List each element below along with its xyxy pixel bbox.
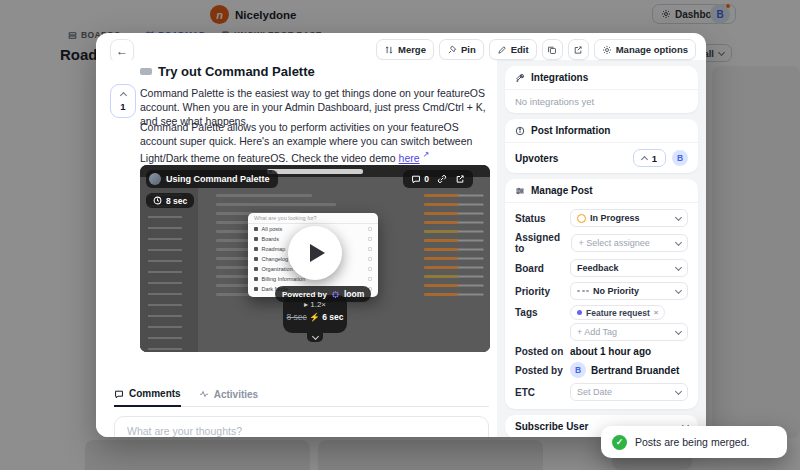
info-icon (515, 126, 525, 136)
comment-input-wrapper (114, 416, 489, 437)
post-information-card: Post Information Upvoters 1 B (505, 119, 698, 173)
assigned-to-label: Assigned to (515, 232, 571, 254)
copy-icon (547, 45, 557, 55)
tags-label: Tags (515, 307, 538, 318)
video-duration-pill: 8 sec (146, 193, 194, 208)
video-collapse-button[interactable] (307, 333, 323, 342)
upvoters-label: Upvoters (515, 153, 558, 164)
chevron-down-icon (675, 213, 682, 220)
chevron-down-icon (675, 387, 682, 394)
merged-post-icon (140, 68, 152, 75)
priority-select[interactable]: No Priority (570, 282, 688, 300)
etc-date-select[interactable]: Set Date (570, 383, 688, 401)
comment-tabs: Comments Activities (114, 388, 489, 407)
gear-icon (602, 45, 612, 55)
open-external-button[interactable] (568, 39, 589, 60)
etc-label: ETC (515, 387, 535, 398)
chevron-up-icon (641, 155, 648, 162)
plug-icon (515, 73, 525, 83)
manage-post-title: Manage Post (531, 185, 593, 196)
lightning-icon: ⚡ (309, 312, 320, 322)
integrations-title: Integrations (531, 72, 588, 83)
chat-icon (411, 174, 421, 184)
chevron-up-icon (119, 91, 126, 98)
integrations-card: Integrations No integrations yet (505, 66, 698, 113)
upvoter-avatar[interactable]: B (672, 150, 688, 166)
upvote-count: 1 (120, 101, 125, 112)
priority-label: Priority (515, 286, 550, 297)
pin-button[interactable]: Pin (439, 39, 484, 60)
chevron-down-icon (675, 263, 682, 270)
share-icon[interactable] (455, 174, 465, 184)
toast-message: Posts are being merged. (635, 436, 749, 448)
status-label: Status (515, 213, 546, 224)
post-paragraph-2: Command Palette allows you to perform ac… (140, 120, 490, 165)
post-title: Try out Command Palette (140, 64, 315, 79)
comment-input[interactable] (115, 417, 488, 437)
chevron-down-icon (675, 286, 682, 293)
posted-on-value: about 1 hour ago (570, 346, 688, 357)
pin-icon (447, 45, 457, 55)
posted-on-label: Posted on (515, 346, 563, 357)
link-icon[interactable] (437, 174, 447, 184)
edit-button[interactable]: Edit (489, 39, 537, 60)
external-link-icon (573, 45, 583, 55)
tag-chip-feature-request[interactable]: Feature request × (570, 305, 665, 320)
board-label: Board (515, 263, 544, 274)
app-root: n Nicelydone Dashboard B BOARDS ROADMAP … (0, 0, 800, 470)
posted-by-label: Posted by (515, 365, 563, 376)
tag-dot-icon (577, 310, 582, 315)
back-arrow-icon: ← (116, 44, 128, 58)
post-information-title: Post Information (531, 125, 610, 136)
manage-options-button[interactable]: Manage options (594, 39, 696, 60)
modal-toolbar: Merge Pin Edit Manage opt (376, 39, 696, 60)
tab-activities[interactable]: Activities (199, 388, 258, 406)
toast-notification: ✓ Posts are being merged. (601, 426, 787, 458)
play-icon (310, 244, 325, 262)
merge-icon (384, 45, 394, 55)
status-select[interactable]: In Progress (570, 209, 688, 227)
posted-by-value: Bertrand Bruandet (591, 365, 679, 376)
loom-video-embed[interactable]: What are you looking for? All posts Boar… (140, 165, 490, 352)
external-arrow-icon: ↗ (423, 150, 430, 159)
chevron-down-icon (675, 327, 682, 334)
author-avatar: B (570, 362, 586, 378)
video-demo-link[interactable]: here (399, 152, 420, 164)
in-progress-status-icon (577, 214, 586, 223)
url-bar (267, 169, 363, 174)
merge-button[interactable]: Merge (376, 39, 434, 60)
sliders-icon (515, 186, 525, 196)
command-palette-search: What are you looking for? (248, 213, 378, 224)
powered-by-loom-badge: Powered by loom (275, 286, 371, 302)
tab-comments[interactable]: Comments (114, 388, 181, 407)
video-comments-button[interactable]: 0 (411, 174, 429, 184)
copy-button[interactable] (542, 39, 563, 60)
success-check-icon: ✓ (612, 435, 627, 450)
video-controls-pill: 0 (403, 170, 473, 188)
no-priority-icon (577, 290, 589, 292)
loom-logo-icon (331, 290, 340, 299)
video-play-button[interactable] (288, 226, 342, 280)
remove-tag-icon[interactable]: × (654, 308, 659, 317)
add-tag-select[interactable]: + Add Tag (570, 323, 688, 341)
post-sidebar: Integrations No integrations yet Post In… (497, 60, 706, 437)
post-content: Try out Command Palette 1 Command Palett… (96, 60, 497, 437)
chat-icon (114, 389, 124, 399)
chevron-down-icon (311, 333, 318, 340)
chevron-down-icon (675, 238, 682, 245)
assignee-select[interactable]: + Select assignee (571, 234, 688, 252)
video-title-pill: Using Command Palette (146, 170, 278, 188)
manage-post-card: Manage Post Status In Progress Assigned … (505, 179, 698, 409)
integrations-empty-text: No integrations yet (505, 90, 698, 113)
upvoters-count-button[interactable]: 1 (633, 149, 666, 167)
post-detail-modal: ← Merge Pin Edit (96, 33, 706, 437)
board-select[interactable]: Feedback (570, 259, 688, 277)
upvote-button[interactable]: 1 (110, 84, 136, 118)
clock-icon (153, 196, 162, 205)
modal-header: ← Merge Pin Edit (96, 33, 706, 60)
pencil-icon (497, 45, 507, 55)
video-author-avatar (149, 173, 161, 185)
activity-icon (199, 389, 209, 399)
